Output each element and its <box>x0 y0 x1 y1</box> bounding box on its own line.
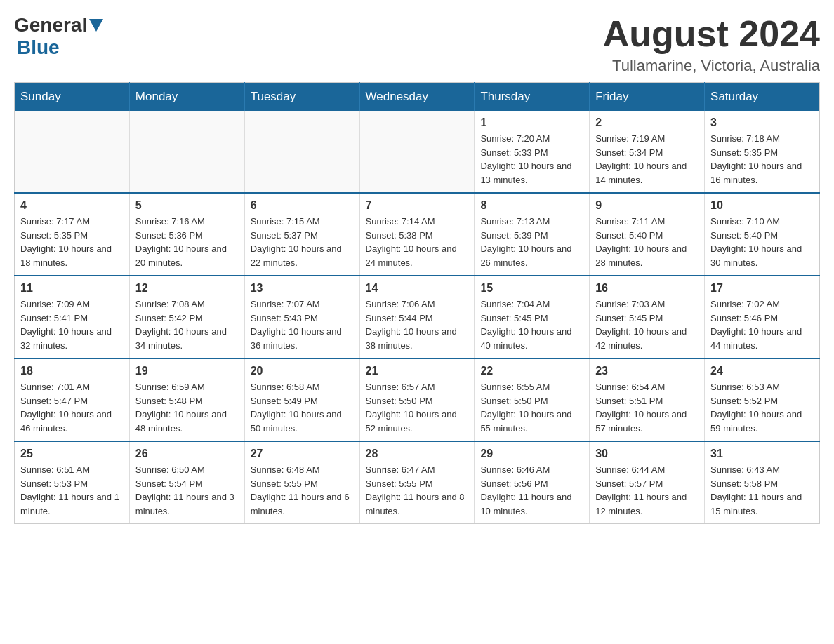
calendar-cell <box>244 111 359 193</box>
calendar-cell: 2Sunrise: 7:19 AMSunset: 5:34 PMDaylight… <box>590 111 705 193</box>
page-header: General Blue August 2024 Tullamarine, Vi… <box>14 14 820 75</box>
day-info: Sunrise: 6:51 AMSunset: 5:53 PMDaylight:… <box>20 463 124 518</box>
weekday-header-sunday: Sunday <box>15 83 130 112</box>
calendar-week-row: 4Sunrise: 7:17 AMSunset: 5:35 PMDaylight… <box>15 193 820 276</box>
calendar-cell: 28Sunrise: 6:47 AMSunset: 5:55 PMDayligh… <box>359 441 475 524</box>
day-number: 31 <box>710 448 814 460</box>
calendar-cell: 1Sunrise: 7:20 AMSunset: 5:33 PMDaylight… <box>475 111 590 193</box>
day-info: Sunrise: 7:06 AMSunset: 5:44 PMDaylight:… <box>366 297 469 352</box>
day-number: 4 <box>20 199 124 212</box>
day-number: 3 <box>710 116 814 129</box>
day-info: Sunrise: 6:46 AMSunset: 5:56 PMDaylight:… <box>480 463 583 518</box>
day-number: 6 <box>251 199 354 212</box>
day-info: Sunrise: 7:01 AMSunset: 5:47 PMDaylight:… <box>20 380 124 435</box>
day-info: Sunrise: 6:48 AMSunset: 5:55 PMDaylight:… <box>251 463 354 518</box>
day-info: Sunrise: 7:10 AMSunset: 5:40 PMDaylight:… <box>710 215 814 269</box>
calendar-cell: 29Sunrise: 6:46 AMSunset: 5:56 PMDayligh… <box>475 441 590 524</box>
logo-triangle-icon <box>89 19 103 32</box>
day-number: 21 <box>366 365 469 377</box>
calendar-cell: 27Sunrise: 6:48 AMSunset: 5:55 PMDayligh… <box>244 441 359 524</box>
day-info: Sunrise: 7:19 AMSunset: 5:34 PMDaylight:… <box>595 132 699 187</box>
day-info: Sunrise: 7:15 AMSunset: 5:37 PMDaylight:… <box>251 215 354 269</box>
calendar-cell: 11Sunrise: 7:09 AMSunset: 5:41 PMDayligh… <box>15 276 130 358</box>
logo-blue-text: Blue <box>17 36 60 58</box>
day-number: 10 <box>710 199 814 212</box>
day-info: Sunrise: 6:53 AMSunset: 5:52 PMDaylight:… <box>710 380 814 435</box>
day-info: Sunrise: 6:54 AMSunset: 5:51 PMDaylight:… <box>595 380 699 435</box>
calendar-week-row: 18Sunrise: 7:01 AMSunset: 5:47 PMDayligh… <box>15 358 820 441</box>
calendar-cell: 13Sunrise: 7:07 AMSunset: 5:43 PMDayligh… <box>244 276 359 358</box>
day-info: Sunrise: 7:08 AMSunset: 5:42 PMDaylight:… <box>135 297 239 352</box>
calendar-cell: 6Sunrise: 7:15 AMSunset: 5:37 PMDaylight… <box>244 193 359 276</box>
calendar-cell: 8Sunrise: 7:13 AMSunset: 5:39 PMDaylight… <box>475 193 590 276</box>
calendar-cell: 21Sunrise: 6:57 AMSunset: 5:50 PMDayligh… <box>359 358 475 441</box>
month-title: August 2024 <box>603 14 820 54</box>
day-number: 29 <box>480 448 583 460</box>
calendar-cell: 12Sunrise: 7:08 AMSunset: 5:42 PMDayligh… <box>129 276 244 358</box>
title-section: August 2024 Tullamarine, Victoria, Austr… <box>603 14 820 75</box>
logo: General Blue <box>14 14 105 59</box>
day-number: 20 <box>251 365 354 377</box>
calendar-cell: 3Sunrise: 7:18 AMSunset: 5:35 PMDaylight… <box>705 111 820 193</box>
day-info: Sunrise: 7:11 AMSunset: 5:40 PMDaylight:… <box>595 215 699 269</box>
day-info: Sunrise: 6:59 AMSunset: 5:48 PMDaylight:… <box>135 380 239 435</box>
weekday-header-thursday: Thursday <box>475 83 590 112</box>
day-number: 11 <box>20 282 124 295</box>
day-info: Sunrise: 7:14 AMSunset: 5:38 PMDaylight:… <box>366 215 469 269</box>
day-info: Sunrise: 6:57 AMSunset: 5:50 PMDaylight:… <box>366 380 469 435</box>
day-info: Sunrise: 6:44 AMSunset: 5:57 PMDaylight:… <box>595 463 699 518</box>
weekday-header-wednesday: Wednesday <box>359 83 475 112</box>
day-info: Sunrise: 6:50 AMSunset: 5:54 PMDaylight:… <box>135 463 239 518</box>
weekday-header-tuesday: Tuesday <box>244 83 359 112</box>
logo-general-text: General <box>14 14 87 36</box>
weekday-header-saturday: Saturday <box>705 83 820 112</box>
day-number: 2 <box>595 116 699 129</box>
weekday-header-monday: Monday <box>129 83 244 112</box>
calendar-week-row: 25Sunrise: 6:51 AMSunset: 5:53 PMDayligh… <box>15 441 820 524</box>
calendar-cell: 22Sunrise: 6:55 AMSunset: 5:50 PMDayligh… <box>475 358 590 441</box>
day-info: Sunrise: 7:04 AMSunset: 5:45 PMDaylight:… <box>480 297 583 352</box>
day-number: 26 <box>135 448 239 460</box>
day-info: Sunrise: 7:13 AMSunset: 5:39 PMDaylight:… <box>480 215 583 269</box>
day-info: Sunrise: 7:20 AMSunset: 5:33 PMDaylight:… <box>480 132 583 187</box>
calendar-cell: 7Sunrise: 7:14 AMSunset: 5:38 PMDaylight… <box>359 193 475 276</box>
calendar-cell: 31Sunrise: 6:43 AMSunset: 5:58 PMDayligh… <box>705 441 820 524</box>
day-info: Sunrise: 7:17 AMSunset: 5:35 PMDaylight:… <box>20 215 124 269</box>
calendar-cell: 30Sunrise: 6:44 AMSunset: 5:57 PMDayligh… <box>590 441 705 524</box>
calendar-cell: 19Sunrise: 6:59 AMSunset: 5:48 PMDayligh… <box>129 358 244 441</box>
day-info: Sunrise: 7:18 AMSunset: 5:35 PMDaylight:… <box>710 132 814 187</box>
day-number: 28 <box>366 448 469 460</box>
location-title: Tullamarine, Victoria, Australia <box>603 57 820 75</box>
day-number: 27 <box>251 448 354 460</box>
calendar-cell <box>15 111 130 193</box>
calendar-cell: 16Sunrise: 7:03 AMSunset: 5:45 PMDayligh… <box>590 276 705 358</box>
day-info: Sunrise: 7:16 AMSunset: 5:36 PMDaylight:… <box>135 215 239 269</box>
day-number: 5 <box>135 199 239 212</box>
calendar-week-row: 11Sunrise: 7:09 AMSunset: 5:41 PMDayligh… <box>15 276 820 358</box>
day-number: 14 <box>366 282 469 295</box>
day-number: 16 <box>595 282 699 295</box>
calendar-cell: 20Sunrise: 6:58 AMSunset: 5:49 PMDayligh… <box>244 358 359 441</box>
day-info: Sunrise: 6:58 AMSunset: 5:49 PMDaylight:… <box>251 380 354 435</box>
calendar-cell: 5Sunrise: 7:16 AMSunset: 5:36 PMDaylight… <box>129 193 244 276</box>
day-number: 17 <box>710 282 814 295</box>
calendar-header-row: SundayMondayTuesdayWednesdayThursdayFrid… <box>15 83 820 112</box>
calendar-cell <box>129 111 244 193</box>
day-number: 1 <box>480 116 583 129</box>
calendar-cell: 23Sunrise: 6:54 AMSunset: 5:51 PMDayligh… <box>590 358 705 441</box>
calendar-cell: 17Sunrise: 7:02 AMSunset: 5:46 PMDayligh… <box>705 276 820 358</box>
weekday-header-friday: Friday <box>590 83 705 112</box>
day-number: 22 <box>480 365 583 377</box>
day-info: Sunrise: 6:47 AMSunset: 5:55 PMDaylight:… <box>366 463 469 518</box>
calendar-table: SundayMondayTuesdayWednesdayThursdayFrid… <box>14 82 820 524</box>
day-number: 7 <box>366 199 469 212</box>
calendar-cell: 10Sunrise: 7:10 AMSunset: 5:40 PMDayligh… <box>705 193 820 276</box>
day-info: Sunrise: 7:02 AMSunset: 5:46 PMDaylight:… <box>710 297 814 352</box>
day-number: 24 <box>710 365 814 377</box>
calendar-cell: 15Sunrise: 7:04 AMSunset: 5:45 PMDayligh… <box>475 276 590 358</box>
day-info: Sunrise: 7:03 AMSunset: 5:45 PMDaylight:… <box>595 297 699 352</box>
calendar-cell: 25Sunrise: 6:51 AMSunset: 5:53 PMDayligh… <box>15 441 130 524</box>
day-number: 23 <box>595 365 699 377</box>
day-info: Sunrise: 6:43 AMSunset: 5:58 PMDaylight:… <box>710 463 814 518</box>
calendar-cell: 24Sunrise: 6:53 AMSunset: 5:52 PMDayligh… <box>705 358 820 441</box>
